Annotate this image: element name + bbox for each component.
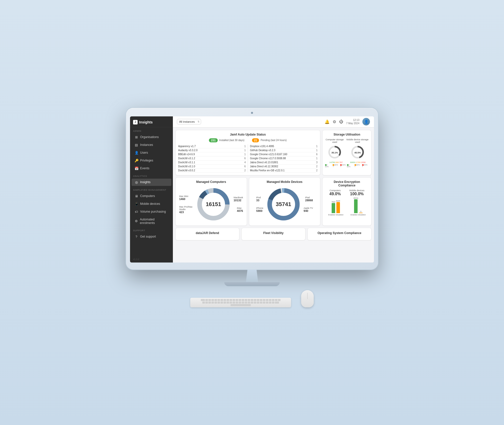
update-name: Jabra Direct v6.13.01801 bbox=[250, 161, 278, 164]
insights-icon: ◎ bbox=[135, 180, 138, 184]
managed-mobile-container: iPod 33 iPhone 5900 bbox=[252, 186, 318, 223]
ipad-value: 28868 bbox=[305, 199, 313, 202]
mac-pro-value: 423 bbox=[179, 211, 184, 214]
update-row: DockUtil v3.1.06 bbox=[178, 165, 246, 169]
mobile-legend-80plus: 80% + bbox=[355, 164, 361, 168]
bell-icon[interactable]: 🔔 bbox=[325, 119, 330, 124]
encryption-bars: 7922 8229 E bbox=[325, 198, 369, 216]
sidebar-item-computers[interactable]: 🖥 Computers bbox=[132, 192, 171, 200]
mobile-bars-pair: 35741 0 bbox=[354, 197, 363, 213]
computers-enc-percent: 49.0% bbox=[329, 192, 341, 196]
mobile-enabled-val: 35741 bbox=[354, 197, 358, 199]
ipod-label: iPod 33 bbox=[256, 196, 263, 202]
update-name: Apparency v1.7 bbox=[178, 145, 196, 148]
managed-mobile-card: Managed Mobile Devices iPod 33 iPhone bbox=[249, 177, 321, 226]
sidebar-item-organisations[interactable]: ⊞ Organisations bbox=[132, 134, 171, 141]
computer-num-green: 14758 bbox=[329, 161, 335, 164]
key bbox=[260, 302, 262, 303]
instance-select[interactable]: All instances bbox=[177, 119, 201, 124]
topbar-datetime: 12:13 7 May 2024 bbox=[346, 118, 359, 125]
datajar-card: dataJAR Defend bbox=[175, 228, 239, 240]
key bbox=[245, 302, 247, 303]
key bbox=[248, 299, 250, 301]
mobile-legend-90plus: 90% + bbox=[362, 164, 369, 168]
instance-select-wrapper[interactable]: All instances bbox=[177, 119, 201, 124]
sidebar-item-get-support[interactable]: ? Get support bbox=[132, 233, 171, 240]
sidebar-item-privileges[interactable]: 🔑 Privileges bbox=[132, 157, 171, 164]
sidebar-item-volume-purchasing[interactable]: 🏷 Volume purchasing bbox=[132, 208, 171, 215]
stand-base bbox=[224, 282, 280, 286]
key bbox=[245, 299, 247, 301]
mouse bbox=[301, 290, 314, 307]
update-row: Jabra Direct v6.12.303022 bbox=[250, 165, 318, 169]
update-col-right: Dropbox v191.4.49951GitHub Desktop v3.2.… bbox=[250, 144, 318, 173]
key bbox=[239, 299, 241, 301]
storage-title: Storage Utilisation bbox=[325, 133, 369, 136]
key bbox=[248, 302, 250, 303]
update-name: Google Chrome v117.0.5938.88 bbox=[250, 157, 286, 160]
svg-text:45.5%: 45.5% bbox=[354, 151, 361, 154]
mobile-donut-wrapper: 35741 bbox=[266, 187, 301, 222]
row-2: Managed Computers Mac Mini 1460 Mac Pro/… bbox=[175, 177, 371, 226]
computers-enabled-label: Enabled bbox=[328, 214, 335, 216]
update-count: 1 bbox=[316, 145, 318, 148]
key bbox=[260, 299, 262, 301]
key bbox=[275, 299, 277, 301]
update-columns: Apparency v1.71Audacity v3.3.2.01BBEdit … bbox=[178, 144, 318, 173]
computers-disabled-val: 8229 bbox=[336, 200, 340, 202]
dashboard: Jamf Auto Update Status 231 Installed (l… bbox=[173, 127, 374, 263]
key bbox=[205, 299, 208, 301]
sidebar-item-instances[interactable]: ▤ Instances bbox=[132, 141, 171, 149]
computer-num-orange: 686 bbox=[335, 161, 339, 164]
update-row: Apparency v1.71 bbox=[178, 144, 246, 148]
power-icon[interactable]: ⏻ bbox=[339, 119, 343, 124]
key bbox=[201, 299, 205, 301]
mobile-enc-percent: 100.0% bbox=[349, 192, 364, 196]
computers-donut-center: 16151 bbox=[206, 202, 221, 207]
key bbox=[257, 302, 259, 303]
key bbox=[208, 302, 211, 303]
gear-icon[interactable]: ⚙ bbox=[333, 119, 336, 124]
keyboard-row-2 bbox=[202, 302, 279, 303]
os-compliance-title: Operating System Compliance bbox=[318, 231, 361, 235]
mac-mini-label: Mac Mini 1460 bbox=[179, 195, 193, 201]
key bbox=[214, 299, 217, 301]
pending-label: Pending (last 24 hours) bbox=[261, 139, 287, 142]
update-name: DockUtil v3.1.2 bbox=[178, 157, 195, 160]
computer-gauge-label: Computer storage used bbox=[325, 138, 344, 144]
key bbox=[257, 299, 259, 301]
screen: J Insights ADMIN ⊞ Organisations ▤ Insta… bbox=[130, 116, 374, 263]
logo-icon: J bbox=[133, 120, 138, 124]
key bbox=[227, 299, 229, 301]
mac-pro-label: Mac Pro/Mac Studio 423 bbox=[179, 206, 193, 214]
computers-enc-group: Computers 49.0% bbox=[329, 189, 341, 196]
sidebar-item-automated-enrolments[interactable]: ⚙ Automated enrolments bbox=[132, 216, 171, 226]
sidebar-item-mobile-devices[interactable]: 📱 Mobile devices bbox=[132, 200, 171, 208]
mobile-num-red: 2290 bbox=[361, 161, 366, 164]
sidebar-item-insights[interactable]: ◎ Insights bbox=[132, 179, 171, 186]
update-badges: 231 Installed (last 30 days) 21 Pending … bbox=[178, 138, 318, 142]
update-count: 1 bbox=[244, 149, 246, 152]
storage-gauges: Computer storage used 35.1% Mobile devic… bbox=[325, 138, 369, 160]
sidebar-item-users[interactable]: 👤 Users bbox=[132, 149, 171, 156]
appletv-value: 940 bbox=[304, 209, 308, 212]
macbook-name: MacBook bbox=[234, 196, 243, 199]
instances-icon: ▤ bbox=[135, 143, 138, 147]
key bbox=[266, 299, 268, 301]
row-3: dataJAR Defend Fleet Visibility Operatin… bbox=[175, 228, 371, 240]
mobile-icon: 📱 bbox=[135, 202, 138, 206]
keyboard-row-3 bbox=[231, 304, 251, 306]
simplified-management-label: SIMPLIFIED MANAGEMENT bbox=[130, 186, 173, 192]
sidebar-item-label: Insights bbox=[140, 180, 150, 184]
update-name: Jabra Direct v6.12.30302 bbox=[250, 165, 278, 168]
mobile-num-orange: 2760 bbox=[356, 161, 361, 164]
user-avatar[interactable]: 👤 bbox=[362, 118, 370, 125]
update-count: 2 bbox=[244, 169, 246, 172]
mobile-labels-right: iPad 28868 Apple TV 940 bbox=[304, 196, 313, 212]
sidebar-item-events[interactable]: 📅 Events bbox=[132, 165, 171, 172]
key bbox=[202, 302, 205, 303]
mobile-disabled-bar-group: 0 bbox=[359, 211, 363, 213]
managed-computers-card: Managed Computers Mac Mini 1460 Mac Pro/… bbox=[175, 177, 247, 226]
update-name: Mozilla Firefox en-GB v122.0.1 bbox=[250, 169, 285, 172]
mobile-donut-center: 35741 bbox=[276, 202, 291, 207]
